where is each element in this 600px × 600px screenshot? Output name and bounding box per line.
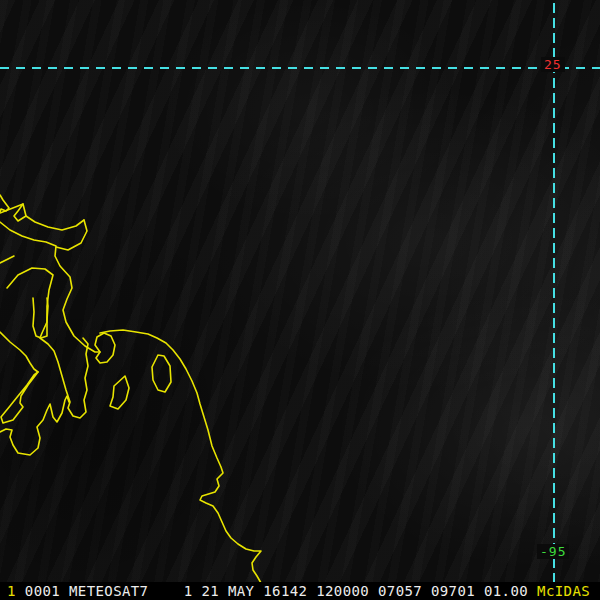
map-overlay [0,0,600,600]
coastline-segment [33,298,48,338]
coastline-island [110,376,129,409]
mcidas-brand: McIDAS [537,583,590,599]
coastline-segment [0,256,14,263]
frame-number: 1 [7,583,16,599]
coastline-island [95,333,115,363]
coastline-island [152,355,171,392]
coastline-segment [0,204,84,230]
status-bar: 1 0001 METEOSAT7 1 21 MAY 16142 120000 0… [0,582,600,600]
coastline-main-coast [100,330,261,583]
latitude-label: 25 [541,57,565,72]
coastline-overlay [0,195,261,583]
coastline-sliver [1,372,38,423]
longitude-label: -95 [537,544,569,559]
coastline-segment [56,220,87,250]
coastline-segment [0,332,38,372]
image-info-text: 0001 METEOSAT7 1 21 MAY 16142 120000 070… [25,583,528,599]
satellite-image-viewport[interactable]: 25 -95 1 0001 METEOSAT7 1 21 MAY 16142 1… [0,0,600,600]
latlon-grid [0,3,600,583]
